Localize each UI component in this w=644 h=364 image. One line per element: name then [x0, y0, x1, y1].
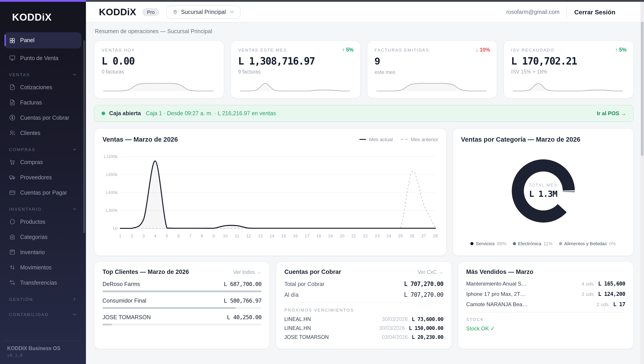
- sidebar-item-label: Cotizaciones: [20, 84, 52, 90]
- chevron-down-icon: [72, 312, 77, 317]
- chevron-down-icon: [72, 72, 77, 77]
- due-amount: L 20,230.00: [412, 334, 443, 340]
- file-text-icon: [9, 99, 16, 106]
- kpi-card-3: ISV RECAUDADO↑ 5%L 170,702.21ISV 15% + 1…: [504, 40, 634, 99]
- due-date: 30/03/2026: [382, 316, 408, 322]
- arrows-horizontal-icon: [9, 279, 16, 286]
- sidebar-item-movimientos[interactable]: Movimientos: [4, 260, 82, 274]
- sidebar-item-facturas[interactable]: Facturas: [4, 95, 82, 109]
- kpi-label: FACTURAS EMITIDAS: [374, 48, 490, 53]
- best-sellers-title: Más Vendidos — Marzo: [466, 269, 533, 275]
- kpi-grid: VENTAS HOYL 0.000 facturasVENTAS ESTE ME…: [94, 40, 634, 99]
- monitor-icon: [9, 55, 16, 61]
- coin-icon: [9, 114, 16, 121]
- sidebar-scrollbar[interactable]: [83, 40, 85, 233]
- view-cxc-link[interactable]: Ver CxC →: [418, 269, 443, 275]
- sidebar-accent-strip: [0, 0, 86, 2]
- sidebar-item-inventario[interactable]: Inventario: [4, 245, 82, 259]
- donut-legend-item[interactable]: Servicios89%: [470, 241, 506, 246]
- page-scrollbar-thumb[interactable]: [641, 22, 644, 156]
- donut-legend-item[interactable]: Electrónica11%: [513, 241, 552, 246]
- svg-text:27: 27: [421, 234, 426, 238]
- due-row: LINEAL.HN30/03/2026L 150,000.00: [284, 325, 444, 331]
- archive-icon: [9, 234, 16, 240]
- sidebar-item-compras[interactable]: Compras: [4, 155, 82, 169]
- client-value: L 40,250.00: [227, 314, 262, 320]
- svg-text:2: 2: [131, 234, 133, 238]
- sidebar-item-transferencias[interactable]: Transferencias: [4, 276, 82, 290]
- legend-previous-month[interactable]: Mes anterior: [401, 137, 438, 142]
- sidebar-section-compras[interactable]: COMPRAS: [4, 143, 82, 155]
- sidebar-item-label: Punto de Venta: [20, 55, 58, 61]
- sidebar-section-contabilidad[interactable]: CONTABILIDAD: [4, 308, 82, 320]
- chevron-down-icon: [72, 207, 77, 211]
- sidebar-section-ventas[interactable]: VENTAS: [4, 69, 82, 80]
- sidebar-footer: KODDIX Business OS v0.1.0: [5, 341, 80, 364]
- seller-row: Iphone 17 pro Max, 2T…3 udsL 124,200: [466, 291, 625, 297]
- sidebar-section-gesti-n[interactable]: GESTIÓN: [4, 293, 82, 305]
- client-value: L 580,766.97: [224, 297, 262, 304]
- users-icon: [9, 129, 16, 136]
- kpi-label: VENTAS ESTE MES: [238, 48, 353, 53]
- product-qty: 4 uds: [582, 281, 594, 286]
- donut-center-label: TOTAL MES: [529, 183, 558, 187]
- product-name: Mantenimiento Anual S…: [466, 281, 582, 287]
- product-qty: 2 uds: [596, 302, 609, 307]
- cash-register-banner: Caja abierta Caja 1 · Desde 09:27 a. m. …: [94, 105, 634, 122]
- product-amount: L 124,200: [598, 291, 625, 297]
- due-date: 03/04/2026: [382, 334, 408, 340]
- total-receivable-value: L 707,270.00: [404, 281, 443, 287]
- sidebar: KODDiX PanelPunto de VentaVENTASCotizaci…: [0, 0, 86, 364]
- cart-icon: [9, 159, 16, 165]
- solid-line-swatch: [359, 139, 366, 140]
- svg-text:4: 4: [154, 234, 156, 238]
- branch-selector[interactable]: Sucursal Principal: [166, 5, 240, 19]
- legend-current-month[interactable]: Mes actual: [359, 137, 393, 142]
- svg-text:7: 7: [189, 234, 191, 238]
- page-scrollbar[interactable]: [640, 2, 644, 364]
- grid-icon: [9, 37, 16, 44]
- sidebar-item-cotizaciones[interactable]: Cotizaciones: [4, 80, 82, 94]
- sidebar-item-cuentas-por-cobrar[interactable]: Cuentas por Cobrar: [4, 111, 82, 125]
- sidebar-item-punto-de-venta[interactable]: Punto de Venta: [4, 51, 82, 65]
- product-qty: 3 uds: [582, 291, 594, 297]
- map-pin-icon: [172, 9, 178, 15]
- client-name: DeRoso Farms: [102, 281, 140, 287]
- sidebar-item-proveedores[interactable]: Proveedores: [4, 170, 82, 184]
- seller-row: Mantenimiento Anual S…4 udsL 165,600: [466, 281, 625, 287]
- legend-dot: [513, 242, 516, 245]
- kpi-sparkline: [102, 79, 215, 93]
- logout-button[interactable]: Cerrar Sesión: [574, 8, 615, 16]
- kpi-delta-badge: ↑ 5%: [615, 47, 626, 53]
- upcoming-due-rows: LINEAL.HN30/03/2026L 73,600.00LINEAL.HN3…: [284, 316, 444, 340]
- top-clients-rows: DeRoso FarmsL 687,700.00Consumidor Final…: [102, 281, 262, 325]
- sidebar-item-categor-as[interactable]: Categorías: [4, 230, 82, 244]
- svg-text:15: 15: [281, 234, 286, 238]
- due-row: LINEAL.HN30/03/2026L 73,600.00: [284, 316, 444, 322]
- due-client-name: LINEAL.HN: [284, 325, 379, 331]
- sidebar-item-clientes[interactable]: Clientes: [4, 126, 82, 140]
- svg-text:19: 19: [328, 234, 333, 238]
- seller-row: Camote NARANJA Bea…2 udsL 17: [466, 301, 625, 307]
- client-value: L 687,700.00: [224, 281, 262, 287]
- svg-text:L300k: L300k: [106, 208, 118, 213]
- sidebar-section-label: CONTABILIDAD: [9, 312, 48, 317]
- current-receivable-row: Al día L 707,270.00: [284, 291, 444, 298]
- view-all-clients-link[interactable]: Ver todos →: [233, 269, 262, 275]
- svg-text:18: 18: [316, 234, 321, 238]
- cash-register-status: Caja abierta: [109, 110, 141, 117]
- go-to-pos-link[interactable]: Ir al POS →: [597, 110, 626, 117]
- sidebar-section-inventario[interactable]: INVENTARIO: [4, 203, 82, 215]
- sidebar-item-panel[interactable]: Panel: [4, 32, 82, 48]
- svg-text:16: 16: [293, 234, 298, 238]
- legend-dot: [470, 242, 474, 245]
- file-icon: [9, 84, 16, 91]
- client-name: JOSE TOMARSON: [102, 314, 151, 320]
- sidebar-item-productos[interactable]: Productos: [4, 215, 82, 229]
- donut-legend-item[interactable]: Alimentos y Bebidas0%: [559, 241, 616, 246]
- product-name: Iphone 17 pro Max, 2T…: [466, 291, 582, 297]
- sales-line-chart: L0L300kL600kL900kL1200k12345678910111213…: [102, 147, 438, 246]
- kpi-value: L 170,702.21: [511, 56, 626, 67]
- sidebar-item-cuentas-por-pagar[interactable]: Cuentas por Pagar: [4, 186, 82, 200]
- due-amount: L 73,600.00: [412, 316, 443, 322]
